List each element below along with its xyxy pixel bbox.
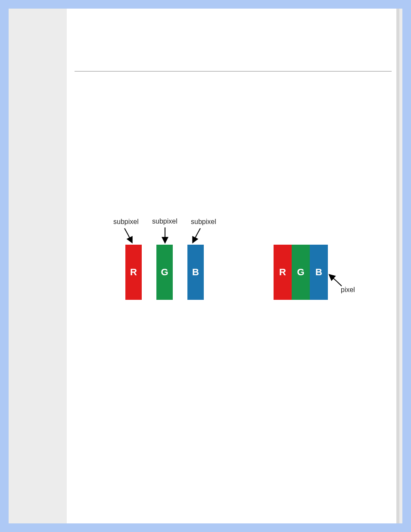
combined-pixel: R G B bbox=[274, 245, 328, 300]
subpixel-letter-b: B bbox=[192, 267, 199, 278]
pixel-label: pixel bbox=[341, 286, 355, 294]
arrow-icon bbox=[161, 227, 169, 244]
combined-seg-b: B bbox=[310, 245, 328, 300]
arrow-icon bbox=[123, 227, 136, 244]
combined-seg-g: G bbox=[292, 245, 310, 300]
subpixel-label-r: subpixel bbox=[113, 218, 139, 226]
subpixel-label-b: subpixel bbox=[191, 218, 216, 226]
rgb-subpixel-diagram: subpixel R subpixel bbox=[67, 9, 399, 523]
combined-letter-g: G bbox=[297, 267, 304, 278]
combined-seg-r: R bbox=[274, 245, 292, 300]
combined-letter-b: B bbox=[315, 267, 322, 278]
subpixel-bar-b: B bbox=[187, 245, 204, 300]
document-page: subpixel R subpixel bbox=[67, 9, 399, 523]
arrow-icon bbox=[191, 227, 204, 244]
app-frame: subpixel R subpixel bbox=[9, 9, 402, 523]
subpixel-letter-g: G bbox=[161, 267, 168, 278]
subpixel-label-g: subpixel bbox=[152, 218, 177, 225]
combined-letter-r: R bbox=[279, 267, 286, 278]
subpixel-letter-r: R bbox=[130, 267, 137, 278]
subpixel-bar-r: R bbox=[125, 245, 142, 300]
subpixel-bar-g: G bbox=[156, 245, 173, 300]
